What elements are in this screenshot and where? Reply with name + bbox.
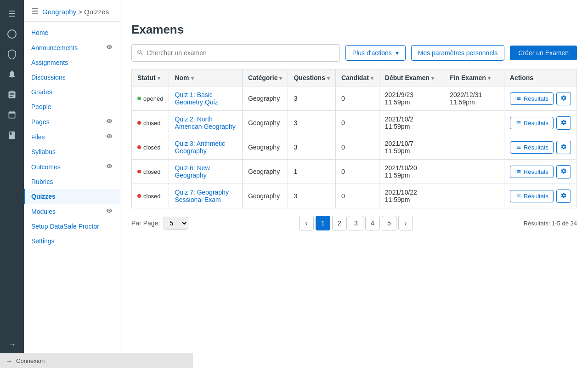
shield-icon[interactable]	[3, 45, 21, 63]
page-button-5[interactable]: 5	[382, 216, 396, 230]
sidebar-item-grades[interactable]: Grades	[24, 85, 120, 99]
questions-cell: 3	[288, 111, 335, 135]
resultats-button[interactable]: Résultats	[510, 92, 554, 105]
status-cell: closed	[132, 160, 169, 184]
gear-button[interactable]	[556, 92, 571, 105]
arrow-right-icon[interactable]: →	[8, 340, 16, 350]
per-page-select[interactable]: 5 10 20	[164, 217, 188, 230]
table-row: openedQuiz 1: Basic Geometry QuizGeograp…	[132, 86, 577, 111]
gear-button[interactable]	[556, 116, 571, 130]
candidat-cell: 0	[335, 111, 379, 135]
sidebar-item-outcomes[interactable]: Outcomes	[24, 159, 120, 174]
sidebar-item-modules[interactable]: Modules	[24, 204, 120, 219]
mes-params-button[interactable]: Mes paramètres personnels	[411, 45, 505, 61]
bell-icon[interactable]	[3, 65, 21, 84]
breadcrumb-separator: >	[78, 8, 82, 16]
col-début-examen[interactable]: Début Examen▾	[379, 69, 444, 86]
eye-icon	[106, 44, 113, 52]
table-row: closedQuiz 3: Arithmetic GeographyGeogra…	[132, 135, 577, 160]
category-cell: Geography	[242, 86, 288, 111]
eye-icon	[106, 207, 113, 215]
sidebar-item-assignments[interactable]: Assignments	[24, 55, 120, 70]
questions-cell: 3	[288, 135, 335, 160]
resultats-button[interactable]: Résultats	[510, 141, 554, 154]
page-nav: ‹ 12345›	[299, 216, 413, 230]
quiz-link[interactable]: Quiz 7: Geography Sessional Exam	[175, 189, 229, 203]
actions-cell-inner: Résultats	[510, 165, 571, 178]
page-button-1[interactable]: 1	[316, 216, 330, 230]
sidebar-item-quizzes[interactable]: Quizzes	[24, 189, 120, 204]
fin-cell: 2022/12/31 11:59pm	[444, 86, 504, 111]
quiz-table: Statut▾Nom▾Catégorie▾Questions▾Candidat▾…	[131, 69, 577, 208]
quiz-link[interactable]: Quiz 6: New Geography	[175, 164, 209, 179]
resultats-button[interactable]: Résultats	[510, 190, 554, 202]
col-candidat[interactable]: Candidat▾	[335, 69, 379, 86]
candidat-cell: 0	[335, 184, 379, 208]
col-catégorie[interactable]: Catégorie▾	[242, 69, 288, 86]
sidebar-item-announcements[interactable]: Announcements	[24, 40, 120, 55]
menu-icon[interactable]: ☰	[3, 5, 21, 23]
sidebar-item-files[interactable]: Files	[24, 129, 120, 144]
sort-icon: ▾	[488, 75, 491, 81]
bottom-bar: → Connexion	[0, 353, 193, 368]
col-nom[interactable]: Nom▾	[169, 69, 243, 86]
table-row: closedQuiz 6: New GeographyGeography1020…	[132, 160, 577, 184]
breadcrumb-course[interactable]: Geography	[42, 8, 76, 16]
gear-button[interactable]	[556, 165, 571, 178]
icon-sidebar: ☰ →	[0, 0, 24, 368]
calendar-icon[interactable]	[3, 106, 21, 124]
search-box	[131, 44, 340, 62]
search-input[interactable]	[147, 49, 335, 57]
status-badge: closed	[137, 120, 163, 126]
circle-icon[interactable]	[3, 25, 21, 43]
gear-button[interactable]	[556, 190, 571, 203]
quiz-link[interactable]: Quiz 2: North American Geography	[175, 115, 235, 130]
actions-cell-inner: Résultats	[510, 141, 571, 154]
page-button-3[interactable]: 3	[349, 216, 363, 230]
actions-cell: Résultats	[504, 86, 577, 111]
actions-cell-inner: Résultats	[510, 116, 571, 130]
hamburger-icon[interactable]: ☰	[31, 6, 39, 17]
col-fin-examen[interactable]: Fin Examen▾	[444, 69, 504, 86]
name-cell: Quiz 7: Geography Sessional Exam	[169, 184, 243, 208]
status-label: closed	[143, 168, 161, 175]
nav-header: ☰ Geography > Quizzes	[24, 0, 120, 22]
breadcrumb-page: Quizzes	[84, 8, 109, 16]
quiz-link[interactable]: Quiz 1: Basic Geometry Quiz	[175, 91, 218, 106]
clipboard-icon[interactable]	[3, 86, 21, 104]
page-button-4[interactable]: 4	[365, 216, 380, 230]
book-icon[interactable]	[3, 126, 21, 144]
sidebar-item-rubrics[interactable]: Rubrics	[24, 174, 120, 189]
col-questions[interactable]: Questions▾	[288, 69, 335, 86]
actions-button[interactable]: Plus d'actions ▾	[345, 45, 406, 61]
toolbar: Plus d'actions ▾ Mes paramètres personne…	[131, 44, 577, 62]
col-statut[interactable]: Statut▾	[132, 69, 169, 86]
resultats-button[interactable]: Résultats	[510, 117, 554, 129]
sidebar-item-discussions[interactable]: Discussions	[24, 70, 120, 85]
next-page-button[interactable]: ›	[398, 216, 413, 230]
page-button-2[interactable]: 2	[332, 216, 347, 230]
resultats-button[interactable]: Résultats	[510, 166, 554, 178]
category-cell: Geography	[242, 184, 288, 208]
status-cell: closed	[132, 111, 169, 135]
category-cell: Geography	[242, 135, 288, 160]
sidebar-item-pages[interactable]: Pages	[24, 114, 120, 129]
sidebar-item-settings[interactable]: Settings	[24, 234, 120, 248]
questions-cell: 3	[288, 184, 335, 208]
questions-cell: 1	[288, 160, 335, 184]
name-cell: Quiz 1: Basic Geometry Quiz	[169, 86, 243, 111]
prev-page-button[interactable]: ‹	[299, 216, 314, 230]
debut-cell: 2021/10/7 11:59pm	[379, 135, 444, 160]
actions-cell: Résultats	[504, 135, 577, 160]
gear-button[interactable]	[556, 141, 571, 154]
eye-icon	[106, 163, 113, 171]
sort-icon: ▾	[191, 75, 194, 81]
chevron-down-icon: ▾	[396, 49, 399, 57]
search-icon	[136, 49, 144, 58]
sidebar-item-syllabus[interactable]: Syllabus	[24, 144, 120, 159]
creer-examen-button[interactable]: Créer un Examen	[510, 46, 577, 60]
sidebar-item-people[interactable]: People	[24, 99, 120, 114]
quiz-link[interactable]: Quiz 3: Arithmetic Geography	[175, 140, 225, 155]
sidebar-item-home[interactable]: Home	[24, 25, 120, 40]
sidebar-item-setup-datasafe[interactable]: Setup DataSafe Proctor	[24, 219, 120, 234]
